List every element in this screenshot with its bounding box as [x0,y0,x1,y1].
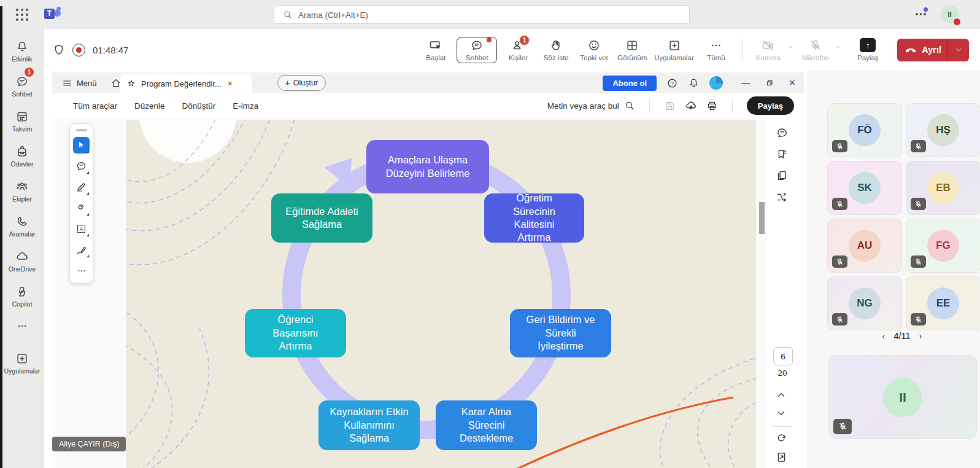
document-tab[interactable]: Program Değerlendir... × [120,74,252,93]
participant-tile[interactable]: SK [827,161,902,215]
pagination-prev-icon[interactable]: ‹ [882,330,885,341]
rotate-icon[interactable] [776,432,789,446]
tab-close-icon[interactable]: × [228,79,233,88]
titlebar-more-icon[interactable] [916,13,926,15]
mic-muted-icon [832,140,847,152]
draw-tool[interactable] [73,200,90,216]
mic-button[interactable]: Mikrofon [798,36,833,64]
participant-tile[interactable]: HŞ [906,103,980,157]
menu-esign[interactable]: E-imza [233,101,258,111]
meeting-status: 01:48:47 [53,44,128,57]
sidebar-more[interactable] [0,314,44,338]
mic-muted-icon [832,313,847,326]
pagination-label: 4/11 [893,331,910,341]
search-icon [624,100,635,111]
sidebar-item-teams[interactable]: Ekipler [0,174,44,209]
participant-tile[interactable]: AU [827,219,902,273]
menu-edit[interactable]: Düzenle [134,101,165,111]
sidebar-item-copilot[interactable]: Copilot [0,279,44,314]
camera-options-chevron[interactable]: ⌄ [788,42,793,50]
search-placeholder: Arama (Ctrl+Alt+E) [298,10,368,20]
mic-options-chevron[interactable]: ⌄ [835,42,841,50]
text-select-tool[interactable]: A [73,220,90,237]
pagination-next-icon[interactable]: › [919,330,922,341]
pdf-share-button[interactable]: Paylaş [747,96,794,115]
select-tool[interactable] [73,137,90,154]
mic-off-icon [809,39,822,52]
chat-icon [470,39,484,52]
close-icon[interactable]: × [789,77,795,89]
start-share-button[interactable]: Başlat [419,36,453,64]
people-badge: 1 [519,34,530,46]
menu-button[interactable]: Menü [62,78,97,88]
people-group-icon [15,180,29,193]
previous-page-icon[interactable] [776,389,789,403]
sidebar-item-onedrive[interactable]: OneDrive [0,244,44,279]
subscribe-button[interactable]: Abone ol [603,76,657,91]
grid-view-icon [625,39,639,52]
page-thumbnails-icon[interactable] [776,170,789,183]
comment-tool[interactable] [73,158,90,174]
people-button[interactable]: 1 Kişiler [501,36,535,64]
participant-tile-large[interactable]: II [828,355,977,439]
menu-convert[interactable]: Dönüştür [182,101,216,111]
sidebar-item-chat[interactable]: 1 Sohbet [0,69,44,104]
leave-options-chevron[interactable] [947,39,969,61]
avatar: FÖ [849,114,881,146]
avatar: HŞ [927,114,959,146]
minimize-icon[interactable] [741,83,750,84]
tab-title: Program Değerlendir... [141,79,222,88]
participant-tile[interactable]: FG [906,219,980,273]
apps-button[interactable]: Uygulamalar [653,36,695,64]
sidebar-item-apps[interactable]: Uygulamalar [0,346,44,381]
react-button[interactable]: Tepki ver [577,36,611,64]
fit-page-icon[interactable] [776,451,789,465]
raise-hand-button[interactable]: Söz iste [539,36,573,64]
participant-tile[interactable]: EE [906,276,980,330]
sidebar-item-calendar[interactable]: Takvim [0,104,44,139]
printer-icon[interactable] [706,100,718,112]
account-avatar[interactable] [709,76,723,90]
reorganize-pages-icon[interactable] [776,191,789,205]
menu-all-tools[interactable]: Tüm araçlar [73,101,117,111]
bookmarks-panel-icon[interactable] [776,148,789,162]
quick-tools-palette: A [69,123,93,284]
participant-tile[interactable]: NG [827,276,902,330]
mic-muted-icon [911,313,926,326]
app-launcher-icon[interactable] [16,9,28,21]
palette-drag-handle[interactable] [76,129,87,131]
cloud-upload-icon[interactable] [685,99,697,112]
save-icon[interactable] [664,100,676,112]
share-button[interactable]: ↑ Paylaş [851,36,885,64]
find-tool[interactable]: Metin veya araç bul [547,100,635,111]
participant-tile[interactable]: FÖ [827,103,902,157]
home-button[interactable] [110,77,122,88]
participant-tile[interactable]: EB [906,161,980,215]
sidebar-item-assignments[interactable]: Ödevler [0,139,44,174]
page-number-input[interactable]: 6 [773,347,793,365]
leave-button[interactable]: Ayrıl [897,39,969,61]
more-button[interactable]: Tümü [699,36,733,64]
camera-button[interactable]: Kamera [751,36,785,64]
view-button[interactable]: Görünüm [615,36,649,64]
search-input[interactable]: Arama (Ctrl+Alt+E) [274,6,690,24]
sidebar-item-calls[interactable]: Aramalar [0,209,44,244]
more-tools[interactable] [73,262,90,279]
fill-sign-tool[interactable] [73,241,90,258]
bell-icon[interactable] [688,77,700,89]
page-total: 20 [773,369,792,378]
acrobat-window: Menü Program Değerlendir... × + Oluştur … [52,72,804,468]
avatar: EE [927,287,959,319]
restore-icon[interactable] [765,78,774,88]
highlight-tool[interactable] [73,179,90,195]
help-icon[interactable]: ? [666,77,678,89]
chat-button[interactable]: Sohbet [457,37,497,63]
camera-off-icon [762,39,775,52]
next-page-icon[interactable] [776,408,789,421]
sidebar-item-activity[interactable]: Etkinlik [0,34,44,69]
comments-panel-icon[interactable] [776,127,789,140]
create-button[interactable]: + Oluştur [277,75,326,91]
apps-plus-icon [15,352,29,365]
scrollbar-thumb[interactable] [759,202,765,234]
teams-title-bar: T Arama (Ctrl+Alt+E) II [0,0,980,29]
